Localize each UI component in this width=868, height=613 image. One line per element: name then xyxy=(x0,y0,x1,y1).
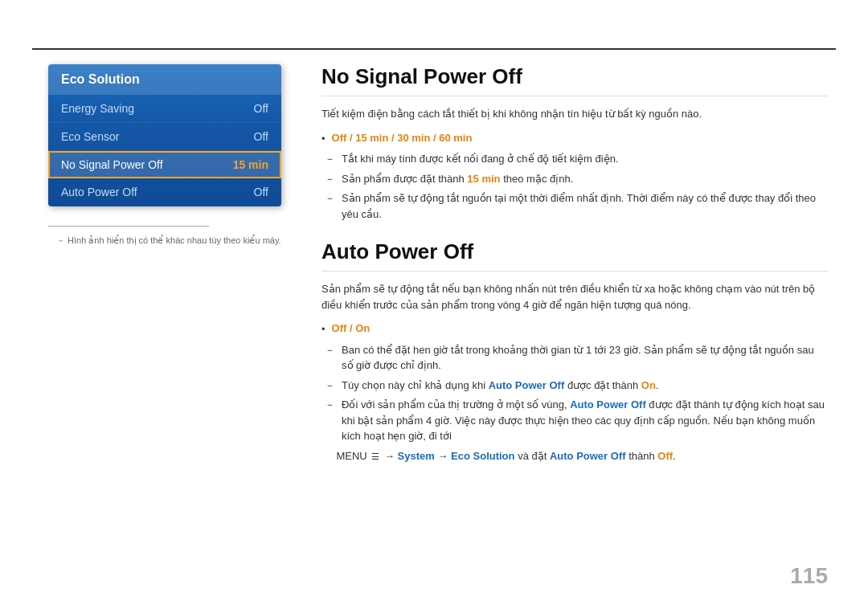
footnote: Hình ảnh hiển thị có thể khác nhau tùy t… xyxy=(48,235,281,247)
section1-dash-2: － Sản phẩm được đặt thành 15 min theo mặ… xyxy=(321,171,828,187)
section2-bullet-text: Off / On xyxy=(332,321,371,337)
menu-item-value: Off xyxy=(254,130,268,143)
section1-dash-text-3: Sản phẩm sẽ tự động tắt nguồn tại một th… xyxy=(342,190,828,222)
section2-dash-text-3: Đối với sản phẩm của thị trường ở một số… xyxy=(342,397,828,444)
section1-title: No Signal Power Off xyxy=(321,64,828,96)
menu-item-label: Auto Power Off xyxy=(61,186,137,198)
section2-bullet: • Off / On xyxy=(321,321,828,337)
menu-item-value-active: 15 min xyxy=(233,158,268,171)
menu-item-value: Off xyxy=(254,186,268,198)
section2-dash-text-2: Tùy chọn này chỉ khả dụng khi Auto Power… xyxy=(342,378,659,394)
menu-item-auto-power-off[interactable]: Auto Power Off Off xyxy=(48,178,281,206)
section1-desc: Tiết kiệm điện bằng cách tắt thiết bị kh… xyxy=(321,106,828,122)
section2-dash-1: － Ban có thể đặt hen giờ tắt trong khoản… xyxy=(321,342,828,374)
section2-dash-3: － Đối với sản phẩm của thị trường ở một … xyxy=(321,397,828,444)
section2-desc: Sản phẩm sẽ tự động tắt nếu bạn không nh… xyxy=(321,281,828,313)
section1-dash-text-2: Sản phẩm được đặt thành 15 min theo mặc … xyxy=(342,171,573,187)
bullet-dot: • xyxy=(321,131,326,147)
dash-symbol: － xyxy=(325,378,335,394)
menu-item-label: Eco Sensor xyxy=(61,130,119,143)
menu-item-eco-sensor[interactable]: Eco Sensor Off xyxy=(48,123,281,151)
section2: Auto Power Off Sản phẩm sẽ tự động tắt n… xyxy=(321,239,828,464)
section1-dash-1: － Tắt khi máy tính được kết nối đang ở c… xyxy=(321,151,828,167)
menu-item-label: Energy Saving xyxy=(61,102,134,115)
menu-item-no-signal[interactable]: No Signal Power Off 15 min xyxy=(48,151,281,178)
bullet-dot: • xyxy=(321,321,326,337)
section2-title: Auto Power Off xyxy=(321,239,828,272)
section1-bullet-text: Off / 15 min / 30 min / 60 min xyxy=(332,130,473,146)
section1-dash-3: － Sản phẩm sẽ tự động tắt nguồn tại một … xyxy=(321,190,828,222)
menu-item-label: No Signal Power Off xyxy=(61,158,163,171)
dash-symbol: － xyxy=(325,151,335,167)
dash-symbol: － xyxy=(325,397,335,413)
top-border xyxy=(32,48,836,50)
section1-dash-text-1: Tắt khi máy tính được kết nối đang ở chế… xyxy=(342,151,619,167)
eco-solution-header: Eco Solution xyxy=(48,64,281,95)
eco-solution-box: Eco Solution Energy Saving Off Eco Senso… xyxy=(48,64,281,206)
left-divider xyxy=(48,226,209,227)
right-content: No Signal Power Off Tiết kiệm điện bằng … xyxy=(321,64,828,464)
menu-item-value: Off xyxy=(254,102,268,115)
section2-dash-text-1: Ban có thể đặt hen giờ tắt trong khoảng … xyxy=(342,342,828,374)
section2-menu-line: MENU ☰ → System → Eco Solution và đặt Au… xyxy=(321,448,828,464)
dash-symbol: － xyxy=(325,190,335,206)
section2-dash-2: － Tùy chọn này chỉ khả dụng khi Auto Pow… xyxy=(321,378,828,394)
dash-symbol: － xyxy=(325,171,335,187)
dash-symbol: － xyxy=(325,342,335,358)
page-number: 115 xyxy=(790,563,828,589)
left-panel: Eco Solution Energy Saving Off Eco Senso… xyxy=(48,64,281,247)
menu-item-energy-saving[interactable]: Energy Saving Off xyxy=(48,95,281,123)
section1-bullet: • Off / 15 min / 30 min / 60 min xyxy=(321,130,828,147)
